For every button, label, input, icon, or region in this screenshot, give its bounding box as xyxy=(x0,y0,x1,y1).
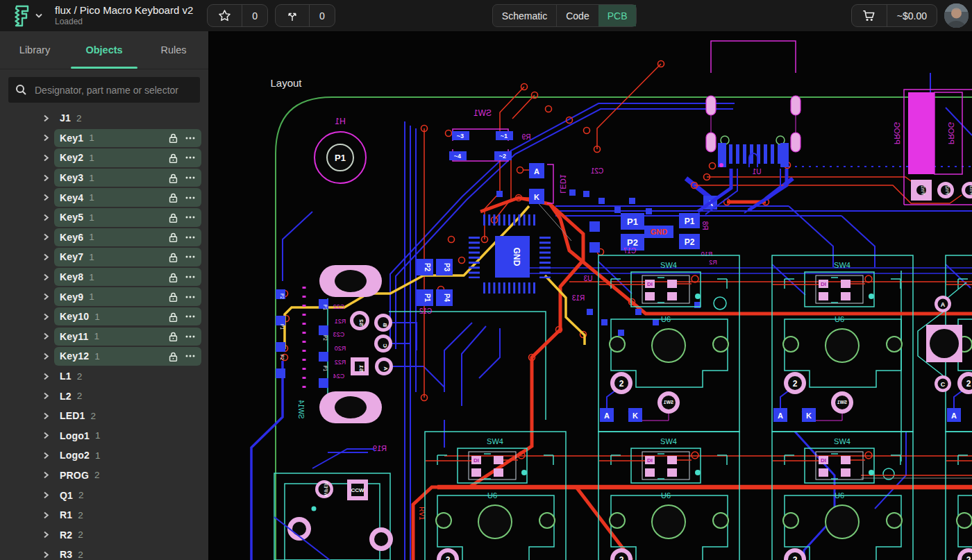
object-row-content[interactable]: Key9 1 xyxy=(54,287,201,306)
object-row-content[interactable]: Logo2 1 xyxy=(54,446,201,465)
object-row-content[interactable]: Key1 1 xyxy=(54,129,201,148)
object-row[interactable]: LED1 2 xyxy=(0,406,208,426)
expand-chevron-icon[interactable] xyxy=(43,114,49,123)
row-menu-icon[interactable] xyxy=(185,252,196,262)
expand-chevron-icon[interactable] xyxy=(43,332,49,341)
key-switch-cell[interactable] xyxy=(772,432,913,560)
object-row[interactable]: Key10 1 xyxy=(0,307,208,327)
lock-icon[interactable] xyxy=(167,152,179,164)
object-row-content[interactable]: LED1 2 xyxy=(54,407,201,425)
prog-connector[interactable]: PROG PROG Pin1 Pin2 Pin3 xyxy=(893,90,972,205)
avatar[interactable] xyxy=(944,3,969,28)
object-row[interactable]: Key9 1 xyxy=(0,287,208,307)
object-row-content[interactable]: Q1 2 xyxy=(54,486,201,504)
row-menu-icon[interactable] xyxy=(185,232,196,242)
object-row-content[interactable]: Key11 1 xyxy=(54,328,201,346)
lock-icon[interactable] xyxy=(167,291,179,303)
lock-icon[interactable] xyxy=(167,311,179,323)
object-row-content[interactable]: PROG 2 xyxy=(54,466,201,485)
object-row[interactable]: Key8 1 xyxy=(0,267,208,287)
expand-chevron-icon[interactable] xyxy=(43,292,49,301)
expand-chevron-icon[interactable] xyxy=(43,372,49,381)
lock-icon[interactable] xyxy=(167,231,179,243)
p-pad-cluster[interactable]: P2 P3 P1 P4 xyxy=(417,259,453,306)
key-switch-cell[interactable] xyxy=(425,432,566,560)
mounting-hole-h1[interactable]: H1 P1 xyxy=(315,117,366,183)
expand-chevron-icon[interactable] xyxy=(43,550,49,559)
object-row-content[interactable]: R2 2 xyxy=(54,526,201,545)
row-menu-icon[interactable] xyxy=(185,312,196,321)
key-switch-cell[interactable] xyxy=(598,432,739,560)
object-row-content[interactable]: J1 2 xyxy=(54,109,201,128)
object-row-content[interactable]: Key12 1 xyxy=(54,347,201,366)
flux-logo[interactable] xyxy=(7,3,42,28)
lock-icon[interactable] xyxy=(167,350,179,362)
tab-pcb[interactable]: PCB xyxy=(598,5,637,26)
cart-button[interactable] xyxy=(852,5,887,26)
encoder-sw14[interactable]: P2 P1 P2 P1 P2 P1 C22 R21 C23 R20 R22 C2… xyxy=(280,265,393,423)
expand-chevron-icon[interactable] xyxy=(43,411,49,421)
expand-chevron-icon[interactable] xyxy=(43,273,49,282)
sidebar-tab-objects[interactable]: Objects xyxy=(69,31,139,69)
object-row[interactable]: J1 2 xyxy=(0,108,208,128)
object-row-content[interactable]: L1 2 xyxy=(54,367,201,386)
object-row-content[interactable]: Key5 1 xyxy=(54,208,201,227)
expand-chevron-icon[interactable] xyxy=(43,232,49,241)
row-menu-icon[interactable] xyxy=(185,153,196,162)
object-row-content[interactable]: L2 2 xyxy=(54,387,201,405)
lock-icon[interactable] xyxy=(167,271,179,283)
search-input[interactable] xyxy=(33,84,193,96)
object-row-content[interactable]: Key3 1 xyxy=(54,169,201,187)
object-row-content[interactable]: R1 2 xyxy=(54,506,201,525)
power-pad-cluster[interactable]: P1 P2 GND P1 P2 xyxy=(621,213,700,251)
object-row-content[interactable]: Logo1 1 xyxy=(54,427,201,446)
object-row[interactable]: Key2 1 xyxy=(0,148,208,168)
lock-icon[interactable] xyxy=(167,330,179,342)
sidebar-tab-library[interactable]: Library xyxy=(0,31,69,69)
expand-chevron-icon[interactable] xyxy=(43,213,49,222)
pcb-layout[interactable]: Layout xyxy=(208,31,972,560)
object-row[interactable]: PROG 2 xyxy=(0,466,208,486)
row-menu-icon[interactable] xyxy=(185,272,196,282)
cart-total[interactable]: ~$0.00 xyxy=(887,5,937,26)
row-menu-icon[interactable] xyxy=(185,332,196,341)
expand-chevron-icon[interactable] xyxy=(43,133,49,142)
expand-chevron-icon[interactable] xyxy=(43,193,49,202)
object-row[interactable]: Key4 1 xyxy=(0,187,208,207)
lock-icon[interactable] xyxy=(167,132,179,144)
expand-chevron-icon[interactable] xyxy=(43,253,49,262)
object-row[interactable]: Key3 1 xyxy=(0,168,208,188)
object-row[interactable]: R3 2 xyxy=(0,545,208,560)
row-menu-icon[interactable] xyxy=(185,351,196,361)
expand-chevron-icon[interactable] xyxy=(43,451,49,460)
object-row[interactable]: Key1 1 xyxy=(0,128,208,149)
object-row[interactable]: R2 2 xyxy=(0,525,208,545)
lock-icon[interactable] xyxy=(167,251,179,263)
object-row-content[interactable]: Key6 1 xyxy=(54,228,201,247)
expand-chevron-icon[interactable] xyxy=(43,153,49,162)
fork-count[interactable]: 0 xyxy=(309,5,335,26)
expand-chevron-icon[interactable] xyxy=(43,312,49,321)
expand-chevron-icon[interactable] xyxy=(43,352,49,361)
object-row[interactable]: Key12 1 xyxy=(0,346,208,366)
row-menu-icon[interactable] xyxy=(185,212,196,222)
object-row[interactable]: Key7 1 xyxy=(0,247,208,267)
object-search[interactable] xyxy=(8,77,200,103)
object-row-content[interactable]: Key2 1 xyxy=(54,149,201,167)
key-switch-cell[interactable] xyxy=(946,432,972,560)
tab-schematic[interactable]: Schematic xyxy=(493,5,556,26)
expand-chevron-icon[interactable] xyxy=(43,491,49,500)
expand-chevron-icon[interactable] xyxy=(43,511,49,520)
row-menu-icon[interactable] xyxy=(185,173,196,183)
object-row-content[interactable]: Key8 1 xyxy=(54,268,201,287)
row-menu-icon[interactable] xyxy=(185,292,196,302)
object-row[interactable]: L2 2 xyxy=(0,386,208,406)
expand-chevron-icon[interactable] xyxy=(43,470,49,480)
star-button[interactable] xyxy=(208,5,242,26)
object-row[interactable]: Q1 2 xyxy=(0,485,208,505)
object-row-content[interactable]: Key10 1 xyxy=(54,307,201,326)
right-encoder-pad[interactable]: A C xyxy=(918,282,966,392)
object-row[interactable]: Key11 1 xyxy=(0,327,208,347)
expand-chevron-icon[interactable] xyxy=(43,431,49,440)
object-row[interactable]: Logo1 1 xyxy=(0,426,208,446)
